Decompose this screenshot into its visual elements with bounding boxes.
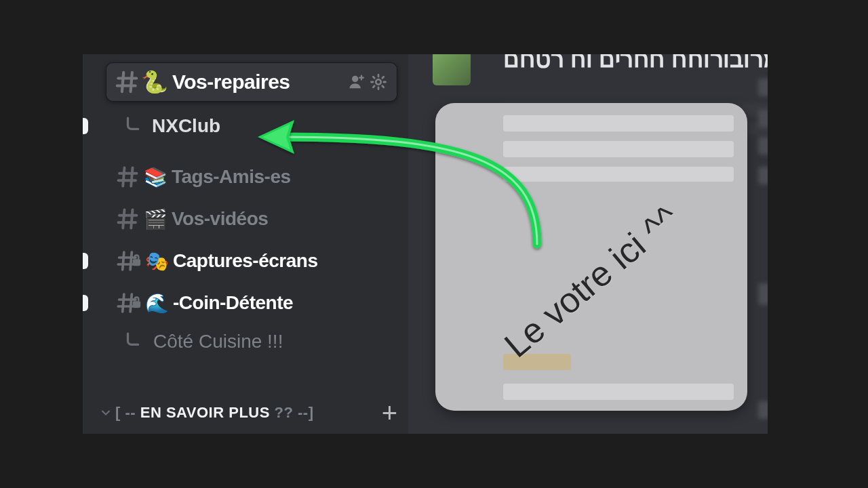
- channel-label: -Coin-Détente: [173, 292, 293, 314]
- channel-header-actions: [347, 73, 388, 92]
- unread-pill: [83, 295, 88, 311]
- thread-elbow-icon: [123, 115, 141, 133]
- hash-lock-icon: [115, 291, 142, 315]
- thread-elbow-icon: [123, 331, 141, 348]
- category-en-savoir-plus[interactable]: [ -- EN SAVOIR PLUS ?? --] +: [99, 404, 397, 422]
- hash-icon: [115, 207, 140, 231]
- add-channel-button[interactable]: +: [382, 406, 397, 420]
- unread-pill: [83, 253, 88, 269]
- channel-sidebar: 🐍 Vos-repaires: [83, 54, 408, 434]
- channel-emoji: 🌊: [145, 292, 169, 314]
- channel-label: Vos-vidéos: [172, 208, 268, 230]
- chat-message-truncated: בורב מרובורוחח חחרים וח רטחם: [503, 54, 768, 73]
- blurred-text: [758, 401, 768, 419]
- channel-emoji: 📚: [144, 166, 167, 188]
- svg-point-0: [352, 76, 358, 82]
- add-member-icon[interactable]: [347, 73, 366, 92]
- blurred-text: [758, 167, 768, 184]
- channel-title: Vos-repaires: [172, 70, 290, 94]
- channel-item[interactable]: 🌊-Coin-Détente: [83, 282, 408, 324]
- note-card: Le votre ici ^^: [435, 103, 747, 411]
- channel-emoji: 🎭: [145, 250, 169, 272]
- chat-area: בורב מרובורוחח חחרים וח רטחם Le votre ic…: [408, 54, 768, 434]
- avatar[interactable]: [433, 54, 471, 85]
- active-channel-header[interactable]: 🐍 Vos-repaires: [106, 62, 397, 102]
- gear-icon[interactable]: [369, 73, 388, 92]
- thread-label: NXClub: [152, 115, 220, 137]
- unread-pill: [83, 118, 88, 134]
- channel-item[interactable]: 📚Tags-Amis-es: [83, 156, 408, 198]
- thread-cote-cuisine[interactable]: Côté Cuisine !!!: [83, 324, 408, 359]
- chevron-down-icon: [99, 406, 113, 420]
- channel-item[interactable]: 🎬Vos-vidéos: [83, 198, 408, 240]
- svg-rect-2: [133, 259, 140, 266]
- hash-icon: [115, 165, 140, 189]
- hash-icon: [114, 69, 140, 95]
- svg-rect-3: [133, 301, 140, 308]
- blurred-text: [758, 283, 768, 305]
- channel-emoji: 🎬: [144, 208, 167, 230]
- channel-item[interactable]: 🎭Captures-écrans: [83, 240, 408, 282]
- hash-lock-icon: [115, 249, 142, 273]
- channel-label: Captures-écrans: [173, 250, 317, 272]
- blurred-text: [758, 79, 768, 96]
- channel-emoji: 🐍: [141, 69, 168, 95]
- channel-label: Tags-Amis-es: [172, 166, 291, 188]
- svg-point-1: [376, 79, 380, 84]
- app-window: 🐍 Vos-repaires: [83, 54, 768, 434]
- category-label: [ -- EN SAVOIR PLUS ?? --]: [115, 404, 313, 422]
- blurred-text: [758, 137, 768, 155]
- note-text: Le votre ici ^^: [496, 197, 686, 365]
- thread-label: Côté Cuisine !!!: [153, 331, 283, 352]
- thread-nxclub[interactable]: NXClub: [83, 108, 408, 144]
